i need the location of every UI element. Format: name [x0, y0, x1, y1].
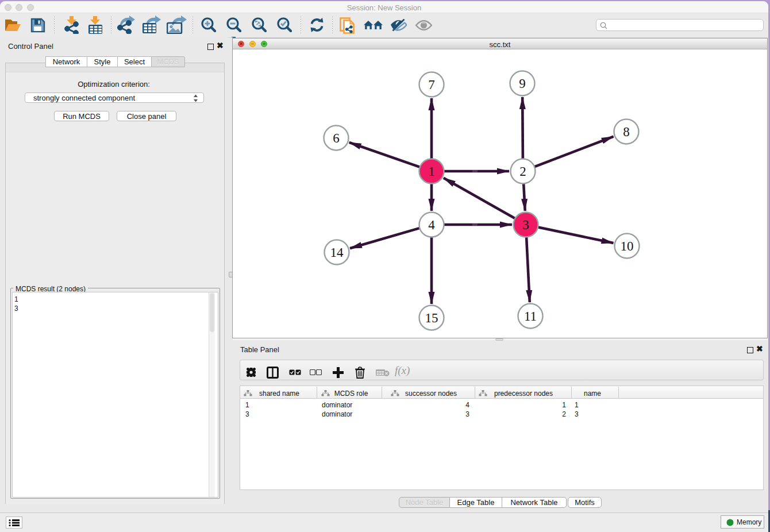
svg-text:11: 11 — [524, 309, 537, 323]
svg-text:2: 2 — [519, 164, 526, 179]
svg-text:1: 1 — [428, 164, 435, 179]
svg-text:8: 8 — [623, 125, 630, 139]
svg-text:3: 3 — [522, 218, 529, 232]
svg-text:4: 4 — [428, 218, 435, 232]
svg-text:9: 9 — [519, 76, 526, 91]
svg-text:14: 14 — [330, 245, 344, 260]
svg-text:10: 10 — [621, 239, 634, 253]
svg-text:7: 7 — [428, 78, 435, 92]
svg-text:6: 6 — [333, 131, 340, 145]
svg-text:15: 15 — [425, 311, 438, 325]
